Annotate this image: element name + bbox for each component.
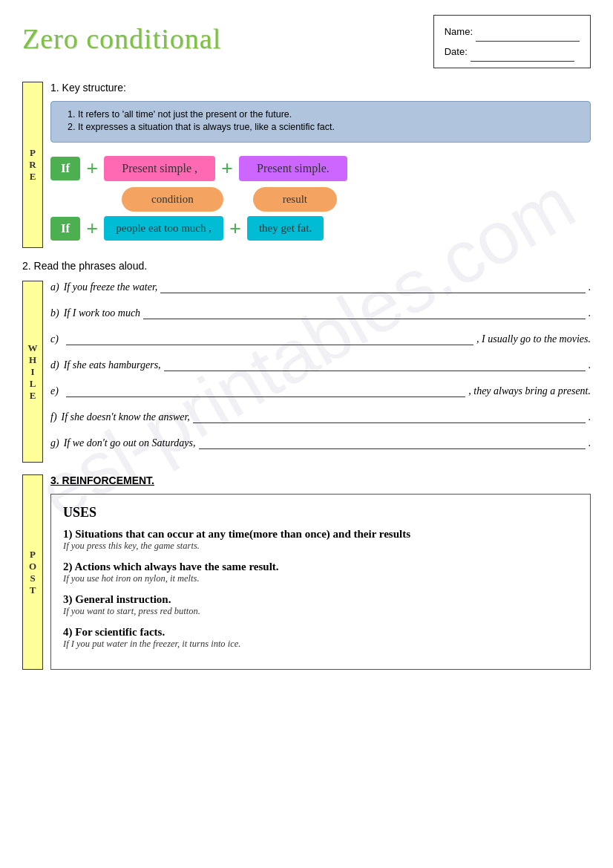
use-example-2: If you use hot iron on nylon, it melts. <box>63 573 578 584</box>
ex-text-d: If she eats hamburgers, <box>64 359 161 371</box>
exercise-c: c) , I usually go to the movies. <box>50 333 591 345</box>
labels-row: condition result <box>50 187 591 212</box>
reinforcement-title: 3. REINFORCEMENT. <box>50 474 591 486</box>
use-example-4: If I you put water in the freezer, it tu… <box>63 639 578 650</box>
exercise-b: b) If I work too much . <box>50 307 591 319</box>
use-item-3: 3) General instruction. If you want to s… <box>63 593 578 617</box>
name-label: Name: <box>445 22 473 42</box>
present-simple-box2: Present simple. <box>239 156 347 181</box>
plus2: + <box>221 158 233 179</box>
exercise-f: f) If she doesn't know the answer, . <box>50 411 591 423</box>
section3: P O S T 3. REINFORCEMENT. USES 1) Situat… <box>22 474 591 670</box>
section1-content: 1. Key structure: It refers to 'all time… <box>50 82 591 248</box>
ex-label-d: d) <box>50 359 59 371</box>
exercise-list: a) If you freeze the water, . b) If I wo… <box>50 281 591 449</box>
page-title: Zero conditional <box>22 22 221 55</box>
exercise-e: e) , they always bring a present. <box>50 385 591 397</box>
use-title-4: 4) For scientific facts. <box>63 626 578 639</box>
plus1: + <box>86 158 98 179</box>
date-line: Date: <box>445 42 580 62</box>
section2-wrapper: W H I L E a) If you freeze the water, . <box>22 281 591 463</box>
result-label: result <box>253 187 337 212</box>
pre-label: P R E <box>22 82 43 248</box>
exercise-d: d) If she eats hamburgers, . <box>50 359 591 371</box>
post-label: P O S T <box>22 474 43 670</box>
ex-text-b: If I work too much <box>64 307 140 319</box>
blank-b <box>143 307 585 319</box>
section1: P R E 1. Key structure: It refers to 'al… <box>22 82 591 248</box>
section2-outer: 2. Read the phrases aloud. W H I L E a) … <box>22 260 591 463</box>
ex-label-e: e) <box>50 385 59 397</box>
if-box-2: If <box>50 217 80 241</box>
present-simple-box1: Present simple , <box>104 156 215 181</box>
blank-e <box>66 385 465 397</box>
use-title-3: 3) General instruction. <box>63 593 578 606</box>
use-title-1: 1) Situations that can occur at any time… <box>63 528 578 541</box>
blank-a <box>160 281 585 293</box>
while-label: W H I L E <box>22 281 43 463</box>
date-label: Date: <box>445 42 468 62</box>
date-field <box>471 42 574 62</box>
ex-label-g: g) <box>50 437 59 449</box>
uses-box: USES 1) Situations that can occur at any… <box>50 494 591 670</box>
ex-text-f: If she doesn't know the answer, <box>62 411 190 423</box>
name-line: Name: <box>445 22 580 42</box>
info-box: It refers to 'all time' not just the pre… <box>50 101 591 143</box>
uses-title: USES <box>63 505 578 521</box>
section3-content: 3. REINFORCEMENT. USES 1) Situations tha… <box>50 474 591 670</box>
info-point-2: It expresses a situation that is always … <box>78 122 578 132</box>
blank-c <box>66 333 473 345</box>
use-example-1: If you press this key, the game starts. <box>63 541 578 552</box>
example-box-result: they get fat. <box>247 216 324 241</box>
use-example-3: If you want to start, press red button. <box>63 606 578 617</box>
ex-text-g: If we don't go out on Saturdays, <box>64 437 196 449</box>
use-item-4: 4) For scientific facts. If I you put wa… <box>63 626 578 650</box>
name-date-box: Name: Date: <box>433 15 591 68</box>
plus3: + <box>86 218 98 239</box>
blank-f <box>193 411 586 423</box>
example-box-condition: people eat too much , <box>104 216 223 241</box>
ex-label-f: f) <box>50 411 57 423</box>
exercise-a: a) If you freeze the water, . <box>50 281 591 293</box>
ex-text-e: , they always bring a present. <box>468 385 591 397</box>
ex-text-a: If you freeze the water, <box>64 281 158 293</box>
name-field <box>476 22 580 42</box>
plus4: + <box>229 218 241 239</box>
info-point-1: It refers to 'all time' not just the pre… <box>78 109 578 120</box>
ex-label-a: a) <box>50 281 59 293</box>
section1-title: 1. Key structure: <box>50 82 591 94</box>
blank-g <box>199 437 586 449</box>
header: Zero conditional Name: Date: <box>22 15 591 68</box>
condition-label: condition <box>122 187 223 212</box>
blank-d <box>164 359 586 371</box>
exercise-g: g) If we don't go out on Saturdays, . <box>50 437 591 449</box>
use-item-2: 2) Actions which always have the same re… <box>63 561 578 584</box>
use-title-2: 2) Actions which always have the same re… <box>63 561 578 573</box>
ex-label-b: b) <box>50 307 59 319</box>
example-row: If + people eat too much , + they get fa… <box>50 216 591 241</box>
use-item-1: 1) Situations that can occur at any time… <box>63 528 578 552</box>
section2-title: 2. Read the phrases aloud. <box>22 260 591 272</box>
ex-text-c: , I usually go to the movies. <box>476 333 591 345</box>
if-box-1: If <box>50 157 80 180</box>
formula-row1: If + Present simple , + Present simple. <box>50 156 591 181</box>
section2-content: a) If you freeze the water, . b) If I wo… <box>50 281 591 463</box>
ex-label-c: c) <box>50 333 59 345</box>
